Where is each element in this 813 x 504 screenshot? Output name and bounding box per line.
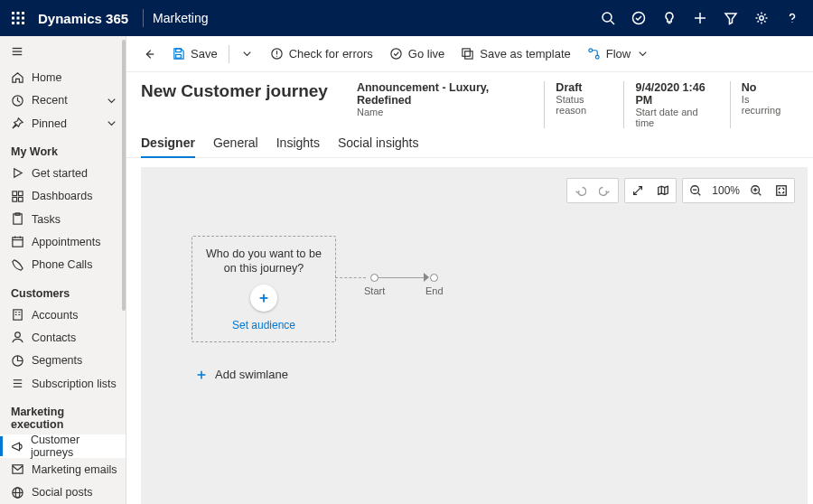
app-launcher-icon[interactable] bbox=[0, 0, 36, 36]
audience-question: Who do you want to be on this journey? bbox=[201, 247, 326, 276]
flow-end-node: End bbox=[425, 274, 444, 296]
svg-rect-8 bbox=[22, 22, 24, 24]
list-icon bbox=[11, 377, 24, 390]
help-icon[interactable] bbox=[777, 0, 808, 36]
lightbulb-icon[interactable] bbox=[654, 0, 685, 36]
svg-rect-53 bbox=[465, 51, 472, 59]
tab-designer[interactable]: Designer bbox=[141, 130, 195, 157]
nav-get-started[interactable]: Get started bbox=[0, 162, 126, 184]
chevron-down-icon bbox=[240, 47, 254, 61]
plus-icon bbox=[257, 292, 270, 304]
nav-phone-calls[interactable]: Phone Calls bbox=[0, 254, 126, 276]
product-brand: Dynamics 365 bbox=[36, 11, 134, 26]
nav-customer-journeys[interactable]: Customer journeys bbox=[0, 434, 126, 458]
nav-label: Segments bbox=[32, 354, 82, 367]
svg-rect-24 bbox=[18, 197, 23, 201]
person-icon bbox=[11, 331, 24, 344]
chevron-down-icon bbox=[105, 94, 118, 107]
go-live-button[interactable]: Go live bbox=[382, 42, 452, 67]
set-audience-link[interactable]: Set audience bbox=[232, 319, 295, 331]
task-check-icon[interactable] bbox=[623, 0, 654, 36]
nav-dashboards[interactable]: Dashboards bbox=[0, 185, 126, 208]
nav-label: Social posts bbox=[32, 486, 92, 499]
redo-button[interactable] bbox=[593, 179, 618, 202]
nav-label: Customer journeys bbox=[31, 434, 118, 459]
megaphone-icon bbox=[11, 440, 23, 453]
filter-icon[interactable] bbox=[715, 0, 746, 36]
nav-home[interactable]: Home bbox=[0, 66, 126, 89]
building-icon bbox=[11, 308, 24, 322]
nav-subscription-lists[interactable]: Subscription lists bbox=[0, 372, 126, 395]
expand-button[interactable] bbox=[625, 179, 650, 202]
undo-button[interactable] bbox=[567, 179, 593, 202]
tab-insights[interactable]: Insights bbox=[276, 130, 320, 157]
svg-rect-31 bbox=[14, 310, 22, 320]
svg-line-62 bbox=[759, 193, 762, 196]
collapse-nav-button[interactable] bbox=[0, 36, 126, 66]
zoom-level: 100% bbox=[708, 184, 743, 197]
nav-social-posts[interactable]: Social posts bbox=[0, 481, 126, 504]
add-icon[interactable] bbox=[685, 0, 715, 36]
global-top-bar: Dynamics 365 Marketing bbox=[0, 0, 813, 36]
main-content: Save Check for errors Go live Save as te… bbox=[126, 36, 813, 504]
add-audience-button[interactable] bbox=[250, 285, 277, 312]
add-swimlane-button[interactable]: Add swimlane bbox=[195, 368, 288, 381]
svg-point-16 bbox=[791, 22, 792, 23]
save-as-template-button[interactable]: Save as template bbox=[453, 42, 577, 67]
record-meta-group: Announcement - Luxury, Redefined Name Dr… bbox=[346, 81, 799, 128]
save-dropdown[interactable] bbox=[233, 42, 261, 67]
nav-label: Dashboards bbox=[32, 190, 92, 202]
zoom-out-button[interactable] bbox=[683, 179, 708, 202]
svg-rect-65 bbox=[777, 186, 787, 196]
svg-line-10 bbox=[611, 21, 614, 24]
nav-marketing-emails[interactable]: Marketing emails bbox=[0, 458, 126, 481]
cmd-label: Save as template bbox=[480, 47, 570, 61]
nav-label: Subscription lists bbox=[32, 378, 117, 390]
zoom-in-button[interactable] bbox=[743, 179, 769, 202]
journey-flow: Start End bbox=[335, 274, 444, 301]
svg-rect-41 bbox=[13, 465, 23, 473]
tab-general[interactable]: General bbox=[213, 130, 258, 157]
svg-rect-52 bbox=[463, 49, 470, 56]
nav-label: Marketing emails bbox=[32, 463, 117, 476]
nav-appointments[interactable]: Appointments bbox=[0, 230, 126, 253]
nav-recent[interactable]: Recent bbox=[0, 89, 126, 111]
flow-button[interactable]: Flow bbox=[580, 42, 657, 67]
nav-label: Phone Calls bbox=[32, 258, 92, 271]
cmd-label: Save bbox=[191, 47, 218, 61]
pie-icon bbox=[11, 354, 24, 368]
back-button[interactable] bbox=[136, 41, 163, 68]
mail-icon bbox=[11, 462, 24, 476]
nav-tasks[interactable]: Tasks bbox=[0, 208, 126, 230]
nav-contacts[interactable]: Contacts bbox=[0, 326, 126, 349]
nav-label: Get started bbox=[32, 167, 88, 180]
svg-rect-46 bbox=[176, 49, 182, 52]
brand-divider bbox=[143, 9, 144, 27]
nav-segments[interactable]: Segments bbox=[0, 350, 126, 372]
meta-status: Draft Status reason bbox=[544, 81, 623, 128]
tab-social-insights[interactable]: Social insights bbox=[338, 130, 419, 157]
svg-point-51 bbox=[391, 49, 401, 59]
pin-icon bbox=[11, 117, 24, 130]
settings-gear-icon[interactable] bbox=[746, 0, 777, 36]
meta-recurring: No Is recurring bbox=[730, 81, 799, 128]
svg-rect-27 bbox=[13, 238, 23, 247]
check-errors-button[interactable]: Check for errors bbox=[263, 42, 380, 67]
meta-value: Draft bbox=[556, 81, 612, 94]
record-tabs: Designer General Insights Social insight… bbox=[126, 128, 813, 158]
svg-point-55 bbox=[595, 55, 599, 59]
svg-point-9 bbox=[603, 13, 612, 22]
site-nav-sidebar: Home Recent Pinned My Work Get started D… bbox=[0, 36, 126, 504]
save-button[interactable]: Save bbox=[164, 42, 225, 67]
designer-canvas[interactable]: 100% Who do you want to be on this journ… bbox=[141, 167, 808, 504]
nav-pinned[interactable]: Pinned bbox=[0, 112, 126, 135]
fit-to-screen-button[interactable] bbox=[769, 179, 794, 202]
svg-rect-21 bbox=[13, 191, 17, 196]
nav-accounts[interactable]: Accounts bbox=[0, 303, 126, 326]
audience-tile[interactable]: Who do you want to be on this journey? S… bbox=[192, 236, 336, 342]
record-header: New Customer journey Announcement - Luxu… bbox=[126, 72, 813, 128]
mini-map-button[interactable] bbox=[650, 179, 676, 202]
flow-icon bbox=[587, 47, 601, 61]
search-icon[interactable] bbox=[593, 0, 623, 36]
svg-rect-22 bbox=[18, 191, 23, 196]
